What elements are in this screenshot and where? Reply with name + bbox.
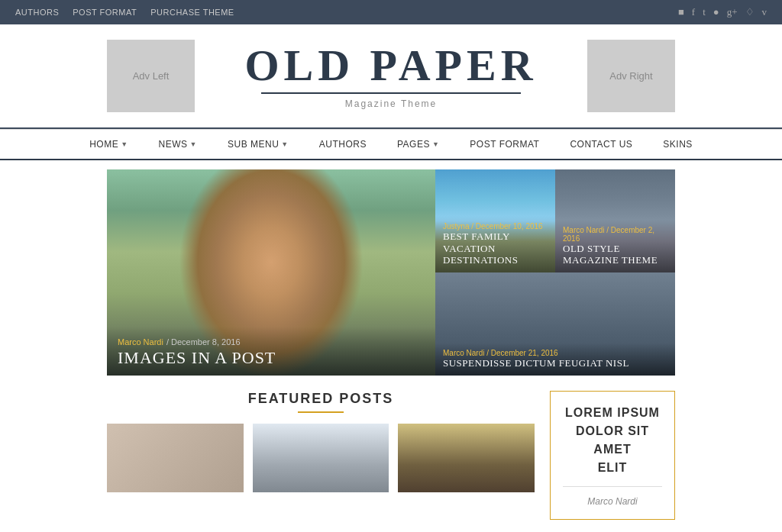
side-post-3-overlay: Marco Nardi / December 21, 2016 SUSPENDI… (435, 343, 675, 376)
side-post-2-overlay: Marco Nardi / December 2, 2016 OLD STYLE… (555, 220, 675, 272)
nav-submenu[interactable]: SUB MENU ▼ (212, 130, 304, 159)
nav-home[interactable]: HOME ▼ (74, 130, 143, 159)
twitter-icon[interactable]: t (703, 6, 706, 18)
main-post-title: IMAGES IN A POST (118, 348, 425, 368)
main-post[interactable]: Marco Nardi / December 8, 2016 IMAGES IN… (107, 169, 435, 376)
vimeo-icon[interactable]: v (762, 6, 767, 18)
featured-section: Marco Nardi / December 8, 2016 IMAGES IN… (0, 169, 782, 376)
authors-link[interactable]: AUTHORS (15, 8, 59, 17)
featured-thumb-3[interactable] (398, 424, 535, 492)
featured-posts-section: FEATURED POSTS (107, 391, 535, 520)
nav-skins[interactable]: SKINS (648, 130, 708, 159)
main-nav: HOME ▼ NEWS ▼ SUB MENU ▼ AUTHORS PAGES ▼… (0, 129, 782, 160)
bottom-section: FEATURED POSTS LOREM IPSUMDOLOR SIT AMET… (0, 376, 782, 520)
top-bar-links: AUTHORS POST FORMAT PURCHASE THEME (15, 8, 234, 17)
googleplus-icon[interactable]: g+ (727, 6, 738, 18)
pages-arrow-icon: ▼ (432, 140, 439, 148)
submenu-arrow-icon: ▼ (281, 140, 288, 148)
facebook-icon[interactable]: f (692, 6, 695, 18)
side-post-3[interactable]: Marco Nardi / December 21, 2016 SUSPENDI… (435, 272, 675, 376)
news-arrow-icon: ▼ (190, 140, 197, 148)
side-post-2-title: OLD STYLE MAGAZINE THEME (563, 243, 667, 266)
featured-underline (298, 411, 344, 413)
site-header: Adv Left OLD PAPER Magazine Theme Adv Ri… (0, 24, 782, 129)
rss-icon[interactable]: ■ (678, 6, 684, 18)
nav-contact[interactable]: CONTACT US (554, 130, 648, 159)
side-post-1-overlay: Justyna / December 10, 2016 BEST FAMILY … (435, 216, 555, 272)
nav-news[interactable]: NEWS ▼ (144, 130, 212, 159)
title-underline (261, 92, 521, 94)
home-arrow-icon: ▼ (121, 140, 128, 148)
nav-items: HOME ▼ NEWS ▼ SUB MENU ▼ AUTHORS PAGES ▼… (74, 130, 708, 159)
featured-grid (107, 424, 535, 492)
side-post-3-title: SUSPENDISSE DICTUM FEUGIAT NISL (443, 357, 667, 369)
instagram-icon[interactable]: ● (713, 6, 719, 18)
post-format-link[interactable]: POST FORMAT (73, 8, 137, 17)
nav-authors[interactable]: AUTHORS (304, 130, 382, 159)
purchase-theme-link[interactable]: PURCHASE THEME (150, 8, 234, 17)
side-post-3-meta: Marco Nardi / December 21, 2016 (443, 349, 667, 357)
flickr-icon[interactable]: ♢ (745, 6, 755, 18)
nav-pages[interactable]: PAGES ▼ (382, 130, 454, 159)
sidebar-divider (563, 486, 662, 487)
sidebar-text: LOREM IPSUMDOLOR SIT AMETELIT (563, 404, 662, 477)
side-post-1[interactable]: Justyna / December 10, 2016 BEST FAMILY … (435, 169, 555, 272)
main-post-date: / December 8, 2016 (166, 337, 241, 347)
adv-right: Adv Right (587, 40, 675, 112)
main-post-meta: Marco Nardi / December 8, 2016 (118, 334, 425, 348)
main-post-author: Marco Nardi (118, 337, 163, 347)
side-post-1-title: BEST FAMILY VACATION DESTINATIONS (443, 231, 548, 266)
featured-thumb-2[interactable] (253, 424, 389, 492)
sidebar: LOREM IPSUMDOLOR SIT AMETELIT Marco Nard… (535, 391, 675, 520)
top-bar: AUTHORS POST FORMAT PURCHASE THEME ■ f t… (0, 0, 782, 24)
side-post-1-meta: Justyna / December 10, 2016 (443, 222, 548, 231)
site-title-area: OLD PAPER Magazine Theme (195, 44, 587, 109)
nav-post-format[interactable]: POST FORMAT (454, 130, 554, 159)
sidebar-box: LOREM IPSUMDOLOR SIT AMETELIT Marco Nard… (550, 391, 675, 520)
site-subtitle: Magazine Theme (195, 98, 587, 109)
featured-thumb-1[interactable] (107, 424, 244, 492)
sidebar-author: Marco Nardi (563, 496, 662, 507)
main-post-overlay: Marco Nardi / December 8, 2016 IMAGES IN… (107, 327, 435, 376)
site-title: OLD PAPER (195, 44, 587, 88)
featured-posts-title: FEATURED POSTS (107, 391, 535, 407)
side-posts: Justyna / December 10, 2016 BEST FAMILY … (435, 169, 675, 376)
side-post-2[interactable]: Marco Nardi / December 2, 2016 OLD STYLE… (555, 169, 675, 272)
adv-left: Adv Left (107, 40, 195, 112)
social-icons: ■ f t ● g+ ♢ v (678, 6, 767, 18)
side-post-2-meta: Marco Nardi / December 2, 2016 (563, 226, 667, 243)
